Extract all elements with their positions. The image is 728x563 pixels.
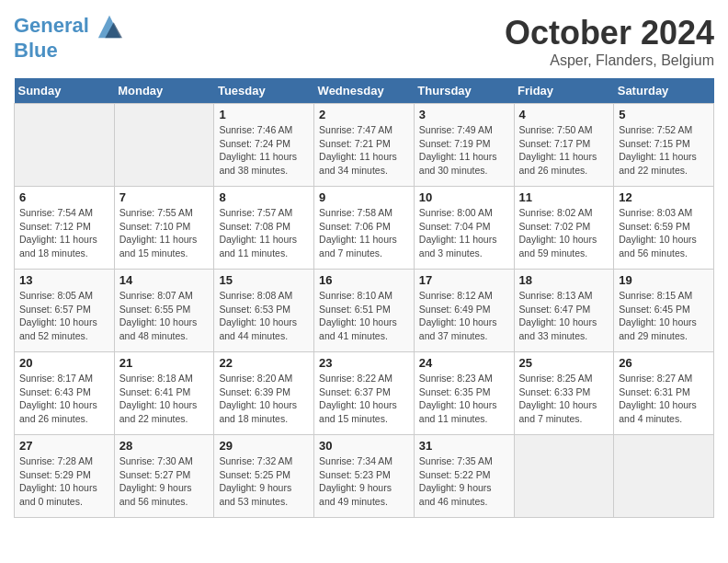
day-info: Sunrise: 8:03 AMSunset: 6:59 PMDaylight:… xyxy=(619,206,709,260)
day-number: 3 xyxy=(419,108,509,121)
header-sunday: Sunday xyxy=(15,78,115,104)
calendar-week-row: 13Sunrise: 8:05 AMSunset: 6:57 PMDayligh… xyxy=(15,270,714,352)
calendar-cell: 10Sunrise: 8:00 AMSunset: 7:04 PMDayligh… xyxy=(414,187,514,270)
calendar-cell: 3Sunrise: 7:49 AMSunset: 7:19 PMDaylight… xyxy=(414,104,514,187)
calendar-cell: 13Sunrise: 8:05 AMSunset: 6:57 PMDayligh… xyxy=(15,270,115,352)
logo-icon xyxy=(97,14,122,40)
calendar-week-row: 20Sunrise: 8:17 AMSunset: 6:43 PMDayligh… xyxy=(15,352,714,435)
day-number: 1 xyxy=(219,108,309,121)
calendar-cell: 24Sunrise: 8:23 AMSunset: 6:35 PMDayligh… xyxy=(414,352,514,435)
day-info: Sunrise: 7:34 AMSunset: 5:23 PMDaylight:… xyxy=(319,454,409,509)
day-info: Sunrise: 7:32 AMSunset: 5:25 PMDaylight:… xyxy=(219,454,309,509)
day-info: Sunrise: 7:54 AMSunset: 7:12 PMDaylight:… xyxy=(19,206,109,260)
day-info: Sunrise: 7:49 AMSunset: 7:19 PMDaylight:… xyxy=(419,123,509,178)
day-info: Sunrise: 8:00 AMSunset: 7:04 PMDaylight:… xyxy=(419,206,509,260)
header-saturday: Saturday xyxy=(614,78,714,104)
logo-general: General xyxy=(14,14,89,37)
calendar-cell: 8Sunrise: 7:57 AMSunset: 7:08 PMDaylight… xyxy=(214,187,314,270)
day-info: Sunrise: 7:58 AMSunset: 7:06 PMDaylight:… xyxy=(319,206,409,260)
day-number: 31 xyxy=(419,439,509,453)
day-info: Sunrise: 7:28 AMSunset: 5:29 PMDaylight:… xyxy=(19,454,109,509)
day-info: Sunrise: 8:13 AMSunset: 6:47 PMDaylight:… xyxy=(519,289,609,343)
day-number: 15 xyxy=(219,273,309,287)
calendar-cell: 21Sunrise: 8:18 AMSunset: 6:41 PMDayligh… xyxy=(114,352,214,435)
calendar-cell: 27Sunrise: 7:28 AMSunset: 5:29 PMDayligh… xyxy=(15,435,115,518)
calendar-cell xyxy=(514,435,614,518)
day-info: Sunrise: 7:52 AMSunset: 7:15 PMDaylight:… xyxy=(619,123,709,178)
calendar-week-row: 1Sunrise: 7:46 AMSunset: 7:24 PMDaylight… xyxy=(15,104,714,187)
day-number: 4 xyxy=(519,108,609,121)
day-info: Sunrise: 8:20 AMSunset: 6:39 PMDaylight:… xyxy=(219,372,309,426)
calendar-cell: 17Sunrise: 8:12 AMSunset: 6:49 PMDayligh… xyxy=(414,270,514,352)
calendar-cell: 14Sunrise: 8:07 AMSunset: 6:55 PMDayligh… xyxy=(114,270,214,352)
calendar-cell xyxy=(114,104,214,187)
header-thursday: Thursday xyxy=(414,78,514,104)
day-info: Sunrise: 8:18 AMSunset: 6:41 PMDaylight:… xyxy=(119,372,210,426)
calendar-table: Sunday Monday Tuesday Wednesday Thursday… xyxy=(14,78,714,518)
calendar-cell: 29Sunrise: 7:32 AMSunset: 5:25 PMDayligh… xyxy=(214,435,314,518)
calendar-cell: 12Sunrise: 8:03 AMSunset: 6:59 PMDayligh… xyxy=(614,187,714,270)
day-number: 13 xyxy=(19,273,109,287)
day-number: 17 xyxy=(419,273,509,287)
day-info: Sunrise: 7:35 AMSunset: 5:22 PMDaylight:… xyxy=(419,454,509,509)
day-info: Sunrise: 8:05 AMSunset: 6:57 PMDaylight:… xyxy=(19,289,109,343)
day-number: 23 xyxy=(319,356,409,370)
day-info: Sunrise: 8:17 AMSunset: 6:43 PMDaylight:… xyxy=(19,372,109,426)
day-info: Sunrise: 8:07 AMSunset: 6:55 PMDaylight:… xyxy=(119,289,210,343)
day-number: 16 xyxy=(319,273,409,287)
day-info: Sunrise: 8:22 AMSunset: 6:37 PMDaylight:… xyxy=(319,372,409,426)
calendar-cell: 9Sunrise: 7:58 AMSunset: 7:06 PMDaylight… xyxy=(314,187,415,270)
day-number: 9 xyxy=(319,190,409,204)
calendar-cell: 22Sunrise: 8:20 AMSunset: 6:39 PMDayligh… xyxy=(214,352,314,435)
header-monday: Monday xyxy=(114,78,214,104)
day-number: 19 xyxy=(619,273,709,287)
page-header: General Blue October 2024 Asper, Flander… xyxy=(14,14,714,69)
day-number: 10 xyxy=(419,190,509,204)
calendar-cell: 16Sunrise: 8:10 AMSunset: 6:51 PMDayligh… xyxy=(314,270,415,352)
calendar-cell: 23Sunrise: 8:22 AMSunset: 6:37 PMDayligh… xyxy=(314,352,415,435)
calendar-week-row: 6Sunrise: 7:54 AMSunset: 7:12 PMDaylight… xyxy=(15,187,714,270)
location-subtitle: Asper, Flanders, Belgium xyxy=(505,52,714,69)
day-info: Sunrise: 7:57 AMSunset: 7:08 PMDaylight:… xyxy=(219,206,309,260)
calendar-cell: 26Sunrise: 8:27 AMSunset: 6:31 PMDayligh… xyxy=(614,352,714,435)
day-number: 11 xyxy=(519,190,609,204)
header-friday: Friday xyxy=(514,78,614,104)
calendar-cell: 1Sunrise: 7:46 AMSunset: 7:24 PMDaylight… xyxy=(214,104,314,187)
day-info: Sunrise: 7:50 AMSunset: 7:17 PMDaylight:… xyxy=(519,123,609,178)
day-number: 14 xyxy=(119,273,210,287)
day-number: 20 xyxy=(19,356,109,370)
calendar-cell: 28Sunrise: 7:30 AMSunset: 5:27 PMDayligh… xyxy=(114,435,214,518)
day-number: 29 xyxy=(219,439,309,453)
calendar-cell: 19Sunrise: 8:15 AMSunset: 6:45 PMDayligh… xyxy=(614,270,714,352)
month-title: October 2024 xyxy=(505,14,714,52)
day-number: 26 xyxy=(619,356,709,370)
logo-blue: Blue xyxy=(14,40,122,62)
day-number: 21 xyxy=(119,356,210,370)
day-number: 28 xyxy=(119,439,210,453)
day-info: Sunrise: 8:23 AMSunset: 6:35 PMDaylight:… xyxy=(419,372,509,426)
day-number: 25 xyxy=(519,356,609,370)
day-number: 6 xyxy=(19,190,109,204)
day-number: 2 xyxy=(319,108,409,121)
day-info: Sunrise: 8:10 AMSunset: 6:51 PMDaylight:… xyxy=(319,289,409,343)
calendar-cell: 20Sunrise: 8:17 AMSunset: 6:43 PMDayligh… xyxy=(15,352,115,435)
day-info: Sunrise: 8:25 AMSunset: 6:33 PMDaylight:… xyxy=(519,372,609,426)
header-tuesday: Tuesday xyxy=(214,78,314,104)
day-info: Sunrise: 8:27 AMSunset: 6:31 PMDaylight:… xyxy=(619,372,709,426)
calendar-header-row: Sunday Monday Tuesday Wednesday Thursday… xyxy=(15,78,714,104)
day-info: Sunrise: 8:12 AMSunset: 6:49 PMDaylight:… xyxy=(419,289,509,343)
calendar-cell: 5Sunrise: 7:52 AMSunset: 7:15 PMDaylight… xyxy=(614,104,714,187)
day-info: Sunrise: 8:08 AMSunset: 6:53 PMDaylight:… xyxy=(219,289,309,343)
day-info: Sunrise: 8:15 AMSunset: 6:45 PMDaylight:… xyxy=(619,289,709,343)
day-number: 12 xyxy=(619,190,709,204)
day-number: 30 xyxy=(319,439,409,453)
calendar-cell: 18Sunrise: 8:13 AMSunset: 6:47 PMDayligh… xyxy=(514,270,614,352)
calendar-cell: 25Sunrise: 8:25 AMSunset: 6:33 PMDayligh… xyxy=(514,352,614,435)
calendar-cell: 7Sunrise: 7:55 AMSunset: 7:10 PMDaylight… xyxy=(114,187,214,270)
header-wednesday: Wednesday xyxy=(314,78,415,104)
calendar-week-row: 27Sunrise: 7:28 AMSunset: 5:29 PMDayligh… xyxy=(15,435,714,518)
day-number: 18 xyxy=(519,273,609,287)
calendar-cell: 2Sunrise: 7:47 AMSunset: 7:21 PMDaylight… xyxy=(314,104,415,187)
title-section: October 2024 Asper, Flanders, Belgium xyxy=(505,14,714,69)
logo: General Blue xyxy=(14,14,122,62)
